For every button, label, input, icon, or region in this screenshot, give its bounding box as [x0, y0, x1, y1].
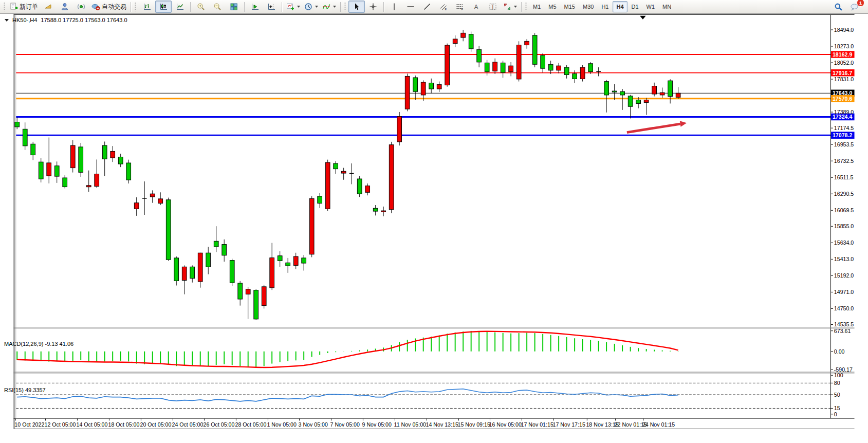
candle-body: [421, 82, 426, 95]
zoom-in-icon: [197, 3, 205, 11]
one-click-trading-toggle-icon[interactable]: [5, 19, 9, 22]
svg-text:A: A: [474, 4, 478, 11]
candle-body: [70, 145, 75, 168]
zoom-in-button[interactable]: [193, 1, 209, 13]
price-tick-label: 15634.0: [834, 239, 854, 246]
timeframe-H4[interactable]: H4: [613, 1, 627, 12]
layouts-button[interactable]: [40, 1, 57, 13]
price-tick-label: 15413.0: [834, 256, 854, 262]
toolbar-grip[interactable]: [344, 2, 347, 11]
candle-body: [118, 157, 123, 164]
price-badge-label: 17570.6: [833, 96, 853, 102]
channel-icon: E: [439, 3, 448, 11]
new-chart-button[interactable]: [284, 1, 302, 13]
line-chart-button[interactable]: [172, 1, 188, 13]
candle-body: [150, 194, 155, 197]
price-tick-label: 18494.0: [834, 27, 854, 33]
time-tick-label: 12 Oct 05:00: [45, 421, 76, 428]
candle-body: [270, 258, 274, 288]
price-tick-label: 14750.0: [834, 305, 854, 311]
channel-tool-button[interactable]: E: [435, 1, 452, 13]
strategy-tester-button[interactable]: [57, 1, 73, 13]
indicators-button[interactable]: [320, 1, 338, 13]
auto-scroll-button[interactable]: [247, 1, 263, 13]
toolbar-grip[interactable]: [135, 2, 137, 11]
signals-button[interactable]: [73, 1, 89, 13]
tile-windows-button[interactable]: [226, 1, 242, 13]
cursor-tool-button[interactable]: [348, 1, 365, 13]
time-tick-label: 14 Oct 05:00: [77, 421, 108, 428]
toolbar-separator: [340, 2, 341, 12]
candle-body: [429, 83, 434, 89]
candle-body: [102, 145, 107, 159]
candle-chart-button[interactable]: [155, 1, 172, 13]
trendline-tool-button[interactable]: [419, 1, 435, 13]
symbol-period-label: HK50-,H4: [12, 17, 37, 23]
time-tick-label: 9 Nov 05:00: [362, 421, 392, 428]
timeframe-D1[interactable]: D1: [628, 1, 642, 12]
timeframe-M5[interactable]: M5: [545, 1, 560, 12]
candle-body: [644, 100, 649, 103]
time-tick-label: 7 Nov 05:00: [330, 421, 360, 428]
text-label-tool-button[interactable]: T: [485, 1, 501, 13]
timeframe-M30[interactable]: M30: [579, 1, 597, 12]
toolbar-grip[interactable]: [4, 2, 6, 11]
price-tick-label: 17389.0: [834, 109, 854, 115]
notifications-button[interactable]: 1: [846, 1, 863, 13]
line-chart-icon: [176, 3, 184, 11]
crosshair-tool-button[interactable]: [365, 1, 381, 13]
time-tick-label: 17 Nov 17:15: [553, 421, 585, 428]
window-left-border: [13, 15, 14, 429]
horizontal-line-tool-button[interactable]: [402, 1, 419, 13]
chart-shift-button[interactable]: [263, 1, 280, 13]
candle-body: [54, 166, 59, 176]
candle-body: [636, 100, 641, 104]
timeframe-M15[interactable]: M15: [561, 1, 579, 12]
timeframe-M1[interactable]: M1: [529, 1, 544, 12]
price-tick-label: 17831.0: [834, 76, 854, 82]
price-tick-label: 16069.5: [834, 207, 854, 213]
toolbar-right-group: 1: [830, 1, 866, 13]
time-tick-label: 18 Oct 05:00: [108, 421, 140, 428]
arrows-tool-button[interactable]: [501, 1, 519, 13]
candle-body: [134, 203, 139, 209]
candle-body: [516, 45, 521, 79]
time-tick-label: 28 Oct 05:00: [235, 421, 267, 428]
chart-shift-marker: [640, 16, 646, 20]
candle-body: [262, 287, 266, 306]
zoom-out-button[interactable]: [209, 1, 226, 13]
time-tick-label: 10 Oct 2022: [14, 421, 44, 428]
horizontal-line-icon: [407, 3, 415, 11]
dropdown-caret: [333, 6, 336, 8]
periods-icon: [304, 3, 312, 11]
timeframe-W1[interactable]: W1: [643, 1, 659, 12]
toolbar-grip[interactable]: [525, 2, 528, 11]
candle-body: [39, 162, 43, 179]
candle-body: [588, 64, 593, 72]
timeframe-MN[interactable]: MN: [659, 1, 675, 12]
rsi-name: RSI(15): [4, 387, 24, 393]
price-badge-label: 17078.2: [833, 132, 853, 138]
price-tick-label: 18052.0: [834, 60, 854, 66]
search-button[interactable]: [830, 1, 846, 13]
autotrading-button[interactable]: 自动交易: [89, 1, 128, 13]
candle-body: [63, 178, 67, 187]
chart-canvas[interactable]: 18162.917916.717643.017570.617324.417078…: [0, 14, 868, 443]
toolbar-separator: [282, 2, 282, 12]
periods-button[interactable]: [302, 1, 320, 13]
text-tool-button[interactable]: A: [468, 1, 485, 13]
timeframe-H1[interactable]: H1: [598, 1, 612, 12]
candle-body: [309, 198, 314, 254]
bar-chart-button[interactable]: [139, 1, 155, 13]
vertical-line-tool-button[interactable]: [386, 1, 402, 13]
new-order-button[interactable]: 新订单: [8, 1, 40, 13]
timeframe-bar: M1M5M15M30H1H4D1W1MN: [529, 1, 675, 12]
rsi-axis-label: 50: [834, 392, 840, 398]
chart-title: HK50-,H4 17588.0 17725.0 17563.0 17643.0: [5, 17, 127, 23]
price-tick-label: 15192.0: [834, 272, 854, 279]
fibonacci-tool-button[interactable]: F: [452, 1, 468, 13]
price-tick-label: 16953.5: [834, 141, 854, 147]
bar-chart-icon: [143, 3, 151, 11]
candle-body: [198, 253, 202, 282]
time-tick-label: 24 Nov 01:15: [642, 421, 675, 428]
